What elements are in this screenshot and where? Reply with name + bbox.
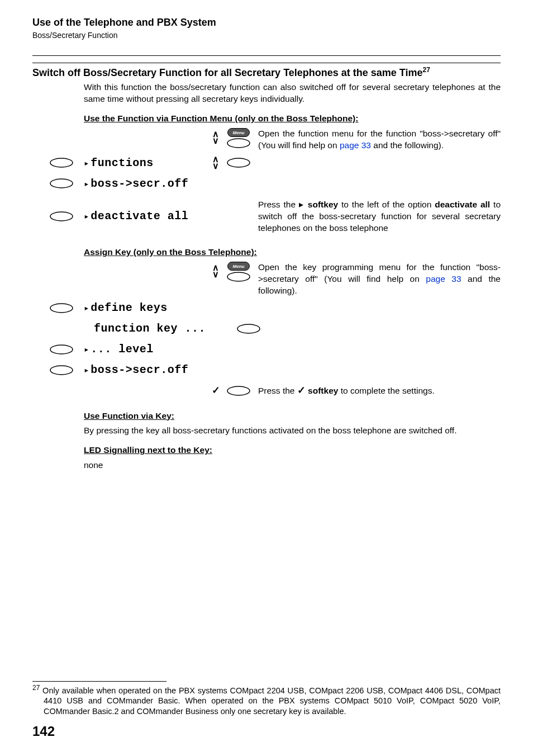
triangle-right-icon — [84, 210, 91, 223]
header-rule — [32, 55, 501, 56]
sub2-desc-open: Open the key programming menu for the fu… — [258, 262, 501, 297]
page-number: 142 — [32, 722, 55, 740]
sub1-desc-open: Open the function menu for the function … — [258, 128, 501, 152]
sub3-body: By pressing the key all boss-secretary f… — [84, 425, 501, 437]
sub2-desc-press: Press the softkey to complete the settin… — [258, 384, 501, 397]
section-heading-text: Switch off Boss/Secretary Function for a… — [32, 67, 423, 78]
softkey-icon — [236, 324, 261, 334]
text-bold: softkey — [308, 386, 338, 395]
triangle-right-icon — [299, 200, 304, 209]
sub3-heading: Use Function via Key: — [84, 410, 501, 422]
row-function-key: function key ... — [49, 319, 501, 338]
softkey-icon — [226, 272, 251, 282]
text-bold: deactivate all — [435, 200, 490, 209]
row2-boss-off: boss->secr.off — [49, 361, 501, 380]
row2-open-menu: ∧∨ Open the key programming menu for the… — [49, 262, 501, 297]
triangle-right-icon — [84, 343, 91, 356]
text: to complete the settings. — [338, 386, 434, 395]
row-functions: functions ∧∨ — [49, 153, 501, 172]
triangle-right-icon — [84, 363, 91, 376]
row-complete: Press the softkey to complete the settin… — [49, 381, 501, 400]
sub1-heading: Use the Function via Function Menu (only… — [84, 113, 501, 125]
running-header: Use of the Telephone and PBX System Boss… — [32, 16, 501, 41]
footnote-text: Only available when operated on the PBX … — [40, 686, 501, 716]
softkey-icon — [49, 158, 74, 168]
section-intro: With this function the boss/secretary fu… — [84, 82, 501, 105]
check-icon — [297, 386, 306, 395]
lcd-text: define keys — [91, 301, 168, 314]
softkey-icon — [49, 303, 74, 313]
section-heading: Switch off Boss/Secretary Function for a… — [32, 65, 501, 79]
lcd-text: ... level — [91, 343, 154, 356]
triangle-right-icon — [84, 301, 91, 314]
softkey-icon — [226, 386, 251, 396]
softkey-icon — [49, 344, 74, 355]
text-bold: softkey — [308, 200, 338, 209]
lcd-text: boss->secr.off — [91, 363, 188, 376]
sub4-body: none — [84, 460, 501, 471]
text: Press the — [258, 200, 299, 209]
text: to the left of the option — [338, 200, 435, 209]
footnote: 27 Only available when operated on the P… — [32, 684, 501, 717]
footnote-num: 27 — [32, 684, 40, 692]
row-deactivate: deactivate all Press the softkey to the … — [49, 199, 501, 234]
softkey-icon — [226, 138, 251, 148]
softkey-icon — [226, 158, 251, 168]
row-level: ... level — [49, 340, 501, 359]
lcd-text: functions — [91, 157, 154, 169]
sub2-heading: Assign Key (only on the Boss Telephone): — [84, 247, 501, 258]
text: and the following). — [371, 140, 444, 150]
section-rule — [32, 63, 501, 63]
menu-icon — [227, 262, 250, 271]
check-icon — [212, 387, 220, 395]
row-boss-off: boss->secr.off — [49, 174, 501, 193]
header-title: Use of the Telephone and PBX System — [32, 16, 501, 29]
lcd-text: deactivate all — [91, 210, 188, 223]
row-define-keys: define keys — [49, 299, 501, 318]
sub1-desc-press: Press the softkey to the left of the opt… — [258, 199, 501, 234]
softkey-icon — [49, 178, 74, 188]
triangle-right-icon — [84, 157, 91, 169]
triangle-right-icon — [84, 177, 91, 190]
row-open-menu: ∧∨ Open the function menu for the functi… — [49, 128, 501, 152]
page-link[interactable]: page 33 — [340, 140, 371, 150]
footnote-ref: 27 — [423, 66, 430, 74]
footnote-rule — [32, 681, 166, 682]
lcd-text: function key ... — [94, 322, 206, 335]
softkey-icon — [49, 211, 74, 221]
menu-icon — [227, 128, 250, 137]
header-subtitle: Boss/Secretary Function — [32, 30, 501, 41]
softkey-icon — [49, 365, 74, 375]
page-link[interactable]: page 33 — [426, 274, 461, 284]
lcd-text: boss->secr.off — [91, 177, 188, 190]
sub4-heading: LED Signalling next to the Key: — [84, 445, 501, 456]
text: Press the — [258, 386, 297, 395]
